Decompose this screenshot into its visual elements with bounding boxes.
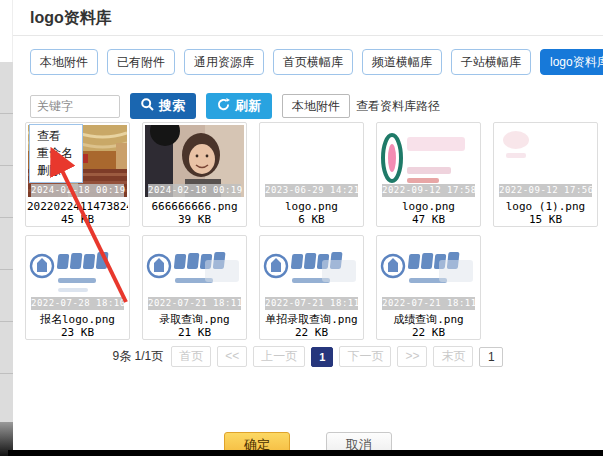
timestamp-overlay: 2022-07-21 18:11 [265, 297, 358, 310]
file-size: 22 KB [261, 326, 362, 339]
timestamp-overlay: 2022-09-12 17:56 [499, 184, 592, 197]
pagination-bar: 9条 1/1页 首页 << 上一页 1 下一页 >> 末页 [13, 346, 603, 367]
file-card[interactable]: 2022-09-12 17:58 logo.png 47 KB [376, 122, 481, 227]
file-card[interactable]: 2024-02-18 00:19 666666666.png 39 KB [142, 122, 247, 227]
file-name: 报名logo.png [27, 313, 128, 326]
file-card[interactable]: 2022-07-21 18:11 录取查询.png 21 KB [142, 235, 247, 340]
first-page-button[interactable]: 首页 [171, 346, 211, 367]
last-page-button[interactable]: 末页 [433, 346, 473, 367]
file-size: 47 KB [378, 213, 479, 226]
file-card[interactable]: 2023-06-29 14:21 logo.png 6 KB [259, 122, 364, 227]
file-size: 6 KB [261, 213, 362, 226]
file-size: 45 KB [27, 213, 128, 226]
background-strip-rows [0, 62, 13, 422]
refresh-button[interactable]: 刷新 [206, 93, 272, 119]
search-icon [141, 98, 154, 114]
file-size: 21 KB [144, 326, 245, 339]
title-divider [13, 35, 603, 36]
file-grid-row-1: 2024-02-18 00:19 20220224114738246.jpg 4… [25, 122, 598, 227]
file-name: logo.png [378, 200, 479, 213]
timestamp-overlay: 2022-07-28 18:10 [31, 297, 124, 310]
context-menu-view[interactable]: 查看 [37, 128, 75, 145]
search-toolbar: 搜索 刷新 本地附件 查看资料库路径 [30, 93, 440, 119]
timestamp-overlay: 2022-07-21 18:11 [148, 297, 241, 310]
local-attachment-button[interactable]: 本地附件 [282, 94, 350, 118]
tab-home-banner-library[interactable]: 首页横幅库 [273, 49, 353, 75]
file-size: 23 KB [27, 326, 128, 339]
next-page-button[interactable]: 下一页 [339, 346, 391, 367]
fast-prev-button[interactable]: << [217, 346, 247, 367]
file-size: 15 KB [495, 213, 596, 226]
file-name: logo (1).png [495, 200, 596, 213]
library-tabs: 本地附件 已有附件 通用资源库 首页横幅库 频道横幅库 子站横幅库 logo资料… [30, 49, 603, 75]
window-bottom-edge [8, 450, 603, 456]
timestamp-overlay: 2024-02-18 00:19 [148, 184, 241, 197]
dialog-title: logo资料库 [30, 8, 112, 29]
page-number-input[interactable] [479, 347, 503, 367]
file-card[interactable]: 2022-09-12 17:56 logo (1).png 15 KB [493, 122, 598, 227]
file-card[interactable]: 2022-07-21 18:11 单招录取查询.png 22 KB [259, 235, 364, 340]
current-page-indicator: 1 [311, 347, 333, 367]
file-name: 成绩查询.png [378, 313, 479, 326]
context-menu: 查看 重命名 删除 [29, 124, 83, 183]
file-card[interactable]: 2022-07-28 18:10 报名logo.png 23 KB [25, 235, 130, 340]
timestamp-overlay: 2022-09-12 17:58 [382, 184, 475, 197]
file-name: 20220224114738246.jpg [27, 200, 128, 213]
tab-subsite-banner-library[interactable]: 子站横幅库 [451, 49, 531, 75]
file-name: 录取查询.png [144, 313, 245, 326]
media-library-dialog: logo资料库 本地附件 已有附件 通用资源库 首页横幅库 频道横幅库 子站横幅… [13, 0, 603, 456]
file-card[interactable]: 2022-07-21 18:11 成绩查询.png 22 KB [376, 235, 481, 340]
search-button-label: 搜索 [159, 97, 185, 115]
context-menu-delete[interactable]: 删除 [37, 162, 75, 179]
tab-local-attachment[interactable]: 本地附件 [30, 49, 98, 75]
timestamp-overlay: 2023-06-29 14:21 [265, 184, 358, 197]
file-grid-row-2: 2022-07-28 18:10 报名logo.png 23 KB [25, 235, 481, 340]
refresh-icon [217, 98, 230, 114]
tab-channel-banner-library[interactable]: 频道横幅库 [362, 49, 442, 75]
prev-page-button[interactable]: 上一页 [253, 346, 305, 367]
file-size: 39 KB [144, 213, 245, 226]
refresh-button-label: 刷新 [235, 97, 261, 115]
context-menu-rename[interactable]: 重命名 [37, 145, 75, 162]
background-strip-top [0, 0, 13, 62]
file-name: 单招录取查询.png [261, 313, 362, 326]
view-library-path-link[interactable]: 查看资料库路径 [356, 98, 440, 115]
tab-existing-attachment[interactable]: 已有附件 [107, 49, 175, 75]
timestamp-overlay: 2022-07-21 18:11 [382, 297, 475, 310]
fast-next-button[interactable]: >> [397, 346, 427, 367]
keyword-input[interactable] [30, 95, 120, 118]
search-button[interactable]: 搜索 [130, 93, 196, 119]
timestamp-overlay: 2024-02-18 00:19 [31, 184, 124, 197]
file-name: logo.png [261, 200, 362, 213]
background-page-strip [0, 0, 13, 456]
pagination-summary: 9条 1/1页 [113, 348, 164, 365]
file-name: 666666666.png [144, 200, 245, 213]
tab-logo-library[interactable]: logo资料库 [540, 49, 603, 75]
file-size: 22 KB [378, 326, 479, 339]
tab-general-resource-library[interactable]: 通用资源库 [184, 49, 264, 75]
